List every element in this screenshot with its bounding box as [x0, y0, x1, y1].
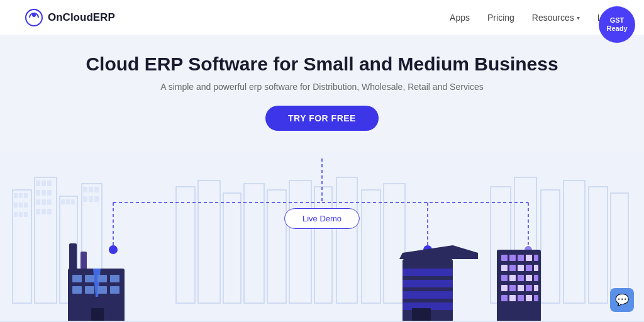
svg-rect-31 — [83, 187, 87, 192]
svg-point-0 — [26, 9, 42, 26]
svg-rect-107 — [534, 295, 538, 301]
svg-rect-68 — [97, 275, 107, 282]
navbar: OnCloudERP Apps Pricing Resources ▾ Logi… — [0, 0, 644, 35]
logo[interactable]: OnCloudERP — [25, 9, 115, 26]
svg-rect-70 — [72, 286, 82, 294]
gst-badge-text: GST Ready — [606, 16, 627, 33]
svg-rect-34 — [83, 196, 87, 202]
svg-rect-32 — [89, 187, 93, 192]
try-for-free-button[interactable]: TRY FOR FREE — [265, 106, 379, 131]
svg-rect-10 — [14, 212, 18, 217]
svg-rect-105 — [518, 295, 524, 301]
svg-rect-83 — [501, 255, 508, 261]
chat-icon: 💬 — [615, 293, 629, 307]
svg-rect-97 — [534, 275, 538, 281]
svg-rect-23 — [36, 209, 40, 214]
svg-rect-85 — [518, 255, 524, 261]
svg-point-1 — [32, 13, 36, 17]
svg-point-59 — [109, 245, 118, 254]
svg-rect-78 — [402, 291, 453, 299]
nav-links: Apps Pricing Resources ▾ Login — [450, 13, 619, 23]
svg-rect-89 — [509, 265, 516, 271]
city-illustration — [0, 152, 644, 322]
svg-rect-27 — [61, 199, 65, 204]
svg-rect-9 — [24, 203, 28, 208]
svg-rect-77 — [402, 280, 453, 287]
svg-rect-17 — [36, 190, 40, 196]
svg-rect-73 — [110, 286, 119, 294]
svg-rect-8 — [19, 203, 23, 208]
svg-rect-18 — [42, 190, 46, 196]
svg-rect-6 — [24, 193, 28, 198]
svg-rect-21 — [42, 199, 46, 205]
nav-apps[interactable]: Apps — [450, 13, 470, 23]
svg-rect-86 — [526, 255, 532, 261]
svg-rect-88 — [501, 265, 508, 271]
svg-rect-71 — [85, 286, 94, 294]
svg-rect-98 — [501, 285, 508, 291]
svg-rect-74 — [91, 308, 104, 322]
svg-rect-69 — [110, 275, 119, 282]
nav-resources[interactable]: Resources ▾ — [532, 13, 580, 23]
svg-rect-22 — [47, 199, 52, 205]
svg-rect-36 — [94, 196, 99, 202]
svg-rect-103 — [501, 295, 508, 301]
svg-rect-72 — [97, 286, 107, 294]
chat-button[interactable]: 💬 — [610, 288, 634, 312]
hero-title: Cloud ERP Software for Small and Medium … — [25, 53, 619, 75]
svg-rect-102 — [534, 285, 538, 291]
svg-rect-33 — [94, 187, 99, 192]
gst-badge: GST Ready — [599, 6, 635, 43]
live-demo-button[interactable]: Live Demo — [284, 208, 360, 229]
svg-rect-7 — [14, 203, 18, 208]
nav-pricing[interactable]: Pricing — [487, 13, 514, 23]
svg-rect-16 — [47, 180, 52, 186]
svg-rect-20 — [36, 199, 40, 205]
svg-rect-96 — [526, 275, 532, 281]
svg-rect-94 — [509, 275, 516, 281]
svg-rect-95 — [518, 275, 524, 281]
svg-rect-80 — [412, 308, 431, 322]
hero-section: Cloud ERP Software for Small and Medium … — [0, 35, 644, 131]
svg-rect-11 — [19, 212, 23, 217]
svg-rect-67 — [85, 275, 94, 282]
hero-subtitle: A simple and powerful erp software for D… — [25, 82, 619, 92]
svg-rect-12 — [24, 212, 28, 217]
svg-rect-25 — [47, 209, 52, 214]
chevron-down-icon: ▾ — [577, 14, 580, 21]
svg-rect-24 — [42, 209, 46, 214]
svg-rect-87 — [534, 255, 538, 261]
svg-rect-4 — [14, 193, 18, 198]
svg-rect-66 — [72, 275, 82, 282]
svg-rect-100 — [518, 285, 524, 291]
svg-rect-93 — [501, 275, 508, 281]
svg-rect-99 — [509, 285, 516, 291]
svg-rect-28 — [66, 199, 70, 204]
svg-rect-92 — [534, 265, 538, 271]
svg-rect-29 — [71, 199, 75, 204]
illustration-area: Live Demo — [0, 152, 644, 322]
svg-rect-101 — [526, 285, 532, 291]
svg-rect-14 — [36, 180, 40, 186]
svg-rect-84 — [509, 255, 516, 261]
svg-rect-19 — [47, 190, 52, 196]
svg-rect-104 — [509, 295, 516, 301]
logo-icon — [25, 9, 43, 26]
svg-rect-106 — [526, 295, 532, 301]
svg-rect-35 — [89, 196, 93, 202]
svg-rect-76 — [402, 269, 453, 276]
logo-text: OnCloudERP — [48, 11, 115, 24]
svg-rect-91 — [526, 265, 532, 271]
svg-rect-90 — [518, 265, 524, 271]
svg-rect-5 — [19, 193, 23, 198]
svg-rect-15 — [42, 180, 46, 186]
